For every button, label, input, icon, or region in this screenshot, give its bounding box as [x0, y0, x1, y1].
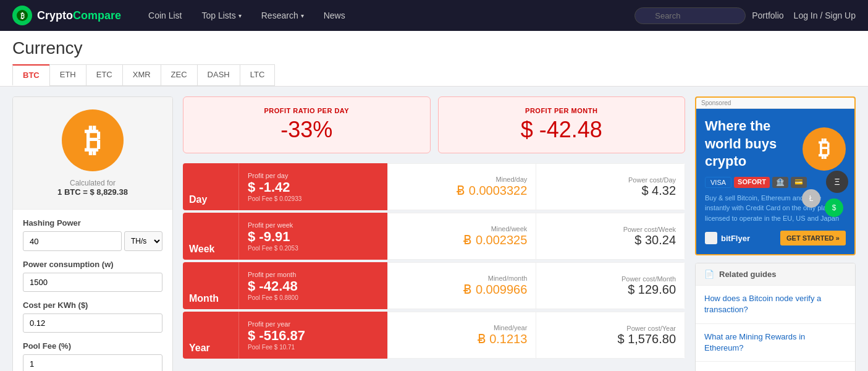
profit-month-box: PROFIT PER MONTH $ -42.48 — [438, 96, 686, 153]
row-power-cell: Power cost/Month $ 129.60 — [536, 262, 685, 309]
coin-icon-wrap: ₿ Calculated for 1 BTC = $ 8,829.38 — [13, 97, 172, 210]
visa-badge: VISA — [705, 177, 731, 188]
brand-icon: ₿ — [12, 6, 32, 25]
period-text: Year — [189, 343, 232, 354]
row-power-cell: Power cost/Week $ 30.24 — [536, 213, 685, 260]
mined-value: Ƀ 0.009966 — [397, 282, 528, 297]
related-guide-item[interactable]: What are Mining Rewards in Ethereum? — [696, 324, 855, 362]
period-text: Day — [189, 194, 232, 205]
brand-name: CryptoCompare — [37, 9, 121, 22]
power-label: Power cost/Month — [545, 275, 676, 283]
tab-etc[interactable]: ETC — [86, 64, 123, 86]
btc-icon: ₿ — [62, 109, 124, 171]
navbar: ₿ CryptoCompare Coin List Top Lists Rese… — [0, 0, 868, 31]
power-value: $ 1,576.80 — [545, 332, 676, 346]
row-mined-cell: Mined/week Ƀ 0.002325 — [387, 213, 536, 260]
profit-ratio-value: -33% — [196, 117, 418, 143]
main-content: ₿ Calculated for 1 BTC = $ 8,829.38 Hash… — [0, 87, 868, 371]
power-label: Power cost/Week — [545, 226, 676, 233]
pool-fee-text: Pool Fee $ 10.71 — [248, 344, 379, 351]
ad-box: Sponsored ₿ Ξ Ł $ Where the world buys c… — [695, 96, 856, 255]
bitflyer-logo-icon — [705, 232, 717, 244]
row-period-label: Year — [183, 312, 238, 359]
profit-label: Profit per month — [248, 271, 379, 278]
hashing-power-row: TH/s GH/s MH/s — [23, 231, 162, 251]
nav-coin-list[interactable]: Coin List — [140, 6, 190, 25]
nav-research[interactable]: Research — [253, 6, 313, 25]
row-power-cell: Power cost/Year $ 1,576.80 — [536, 312, 685, 359]
hashing-power-input[interactable] — [23, 231, 122, 251]
page-title: Currency — [12, 38, 856, 58]
profit-summary: PROFIT RATIO PER DAY -33% PROFIT PER MON… — [183, 96, 685, 153]
bitflyer-brand: bitFlyer — [705, 232, 750, 244]
related-guide-item[interactable]: How does a Bitcoin node verify a transac… — [696, 286, 855, 323]
right-panel: Sponsored ₿ Ξ Ł $ Where the world buys c… — [695, 96, 856, 371]
mined-value: Ƀ 0.002325 — [397, 232, 528, 247]
tab-btc[interactable]: BTC — [12, 64, 50, 86]
tab-ltc[interactable]: LTC — [240, 64, 276, 86]
left-panel: ₿ Calculated for 1 BTC = $ 8,829.38 Hash… — [12, 96, 173, 371]
nav-top-lists[interactable]: Top Lists — [193, 6, 250, 25]
brand-logo[interactable]: ₿ CryptoCompare — [12, 6, 121, 25]
cost-per-kwh-input[interactable] — [23, 313, 162, 333]
pool-fee-text: Pool Fee $ 0.02933 — [248, 195, 379, 202]
mined-value: Ƀ 0.0003322 — [397, 183, 528, 198]
mined-label: Mined/month — [397, 275, 528, 282]
row-profit-cell: Profit per week $ -9.91 Pool Fee $ 0.205… — [238, 213, 387, 260]
nav-right: Portfolio Log In / Sign Up — [752, 11, 856, 20]
tab-zec[interactable]: ZEC — [161, 64, 198, 86]
power-consumption-label: Power consumption (w) — [23, 260, 162, 269]
power-value: $ 4.32 — [545, 184, 676, 198]
pool-fee-input[interactable] — [23, 354, 162, 371]
profit-ratio-label: PROFIT RATIO PER DAY — [196, 107, 418, 114]
search-input[interactable] — [634, 7, 746, 24]
tab-dash[interactable]: DASH — [197, 64, 240, 86]
related-guide-item[interactable]: How to Identify a Bitcoin or Ethereum... — [696, 362, 855, 371]
data-rows: Day Profit per day $ -1.42 Pool Fee $ 0.… — [183, 163, 685, 361]
sofort-badge: SOFORT — [734, 177, 770, 188]
power-label: Power cost/Day — [545, 176, 676, 184]
get-started-button[interactable]: GET STARTED » — [780, 231, 846, 245]
eth-icon: Ξ — [826, 171, 848, 193]
profit-ratio-box: PROFIT RATIO PER DAY -33% — [183, 96, 431, 153]
related-guides-list: How does a Bitcoin node verify a transac… — [696, 286, 855, 371]
nav-links: Coin List Top Lists Research News — [140, 6, 628, 25]
ad-payments: VISA SOFORT 🏦 💳 — [705, 177, 846, 188]
mined-label: Mined/year — [397, 324, 528, 331]
tab-xmr[interactable]: XMR — [122, 64, 161, 86]
mined-value: Ƀ 0.1213 — [397, 331, 528, 346]
form-section: Hashing Power TH/s GH/s MH/s Power consu… — [13, 210, 172, 371]
power-consumption-input[interactable] — [23, 273, 162, 292]
hashing-unit-select[interactable]: TH/s GH/s MH/s — [124, 231, 162, 251]
profit-value: $ -42.48 — [248, 278, 379, 294]
row-profit-cell: Profit per day $ -1.42 Pool Fee $ 0.0293… — [238, 163, 387, 210]
center-panel: PROFIT RATIO PER DAY -33% PROFIT PER MON… — [183, 96, 685, 371]
row-period-label: Day — [183, 163, 238, 210]
row-mined-cell: Mined/year Ƀ 0.1213 — [387, 312, 536, 359]
ad-footer: bitFlyer GET STARTED » — [705, 231, 846, 245]
related-guides-title: Related guides — [719, 270, 776, 279]
nav-news[interactable]: News — [315, 6, 354, 25]
profit-value: $ -1.42 — [248, 179, 379, 195]
currency-tabs: BTC ETH ETC XMR ZEC DASH LTC — [12, 64, 856, 86]
login-link[interactable]: Log In / Sign Up — [794, 11, 856, 20]
profit-label: Profit per day — [248, 172, 379, 179]
ltc-icon: Ł — [802, 189, 820, 208]
bank-badge: 🏦 — [772, 177, 788, 188]
related-guides-box: 📄 Related guides How does a Bitcoin node… — [695, 263, 856, 371]
related-guides-header: 📄 Related guides — [696, 263, 855, 286]
pool-fee-text: Pool Fee $ 0.8800 — [248, 294, 379, 301]
ad-sponsored-label: Sponsored — [696, 98, 854, 109]
period-text: Month — [189, 293, 232, 304]
profit-month-label: PROFIT PER MONTH — [451, 107, 673, 114]
table-row: Month Profit per month $ -42.48 Pool Fee… — [183, 262, 685, 309]
pool-fee-text: Pool Fee $ 0.2053 — [248, 245, 379, 252]
row-mined-cell: Mined/month Ƀ 0.009966 — [387, 262, 536, 309]
tab-eth[interactable]: ETH — [49, 64, 86, 86]
table-row: Year Profit per year $ -516.87 Pool Fee … — [183, 312, 685, 359]
calc-value: 1 BTC = $ 8,829.38 — [57, 187, 128, 197]
table-row: Day Profit per day $ -1.42 Pool Fee $ 0.… — [183, 163, 685, 210]
search-wrap: 🔍 — [634, 7, 746, 24]
portfolio-link[interactable]: Portfolio — [752, 11, 783, 20]
power-label: Power cost/Year — [545, 325, 676, 332]
